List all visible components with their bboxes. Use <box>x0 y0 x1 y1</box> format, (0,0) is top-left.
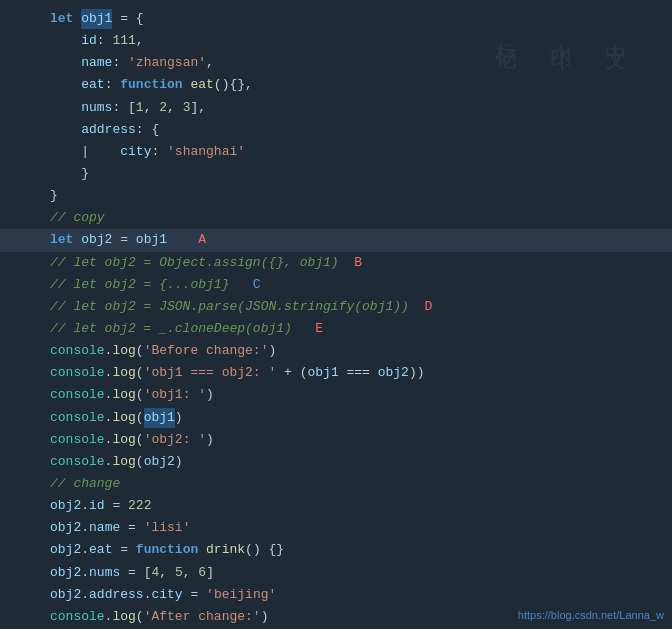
code-line-18: console.log('obj1: ') <box>0 384 672 406</box>
code-line-23: obj2.id = 222 <box>0 495 672 517</box>
code-editor: let obj1 = { id: 111, name: 'zhangsan', … <box>0 0 672 629</box>
attribution-text: https://blog.csdn.net/Lanna_w <box>518 609 664 621</box>
code-line-10: // copy <box>0 207 672 229</box>
code-line-2: id: 111, <box>0 30 672 52</box>
code-line-21: console.log(obj2) <box>0 451 672 473</box>
code-line-22: // change <box>0 473 672 495</box>
code-line-14: // let obj2 = JSON.parse(JSON.stringify(… <box>0 296 672 318</box>
code-line-19: console.log(obj1) <box>0 407 672 429</box>
code-line-25: obj2.eat = function drink() {} <box>0 539 672 561</box>
code-line-16: console.log('Before change:') <box>0 340 672 362</box>
code-line-7: | city: 'shanghai' <box>0 141 672 163</box>
code-line-3: name: 'zhangsan', <box>0 52 672 74</box>
code-line-6: address: { <box>0 119 672 141</box>
keyword-let: let <box>50 9 81 29</box>
code-line-20: console.log('obj2: ') <box>0 429 672 451</box>
code-line-11: let obj2 = obj1 A <box>0 229 672 251</box>
var-obj1: obj1 <box>81 9 112 29</box>
code-line-26: obj2.nums = [4, 5, 6] <box>0 562 672 584</box>
code-line-13: // let obj2 = {...obj1} C <box>0 274 672 296</box>
code-line-17: console.log('obj1 === obj2: ' + (obj1 ==… <box>0 362 672 384</box>
code-line-1: let obj1 = { <box>0 8 672 30</box>
code-line-24: obj2.name = 'lisi' <box>0 517 672 539</box>
code-line-9: } <box>0 185 672 207</box>
code-line-12: // let obj2 = Object.assign({}, obj1) B <box>0 252 672 274</box>
code-line-27: obj2.address.city = 'beijing' <box>0 584 672 606</box>
code-line-4: eat: function eat(){}, <box>0 74 672 96</box>
code-line-15: // let obj2 = _.cloneDeep(obj1) E <box>0 318 672 340</box>
code-line-5: nums: [1, 2, 3], <box>0 97 672 119</box>
code-line-8: } <box>0 163 672 185</box>
